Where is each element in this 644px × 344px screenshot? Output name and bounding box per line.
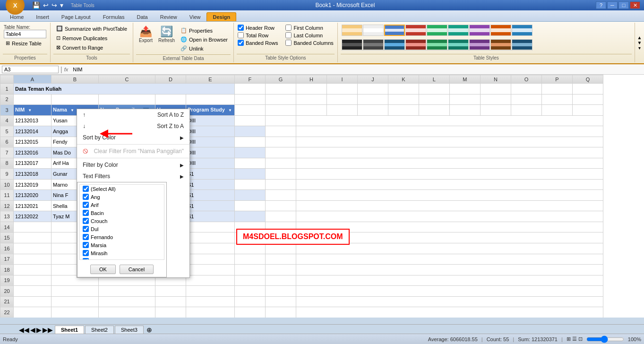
- cell-10g[interactable]: [265, 179, 296, 190]
- style-swatch-d8[interactable]: [490, 39, 511, 51]
- cell-12g[interactable]: [265, 200, 296, 211]
- cell-title[interactable]: Data Teman Kuliah: [14, 84, 235, 95]
- cell-11a[interactable]: 12132020: [14, 190, 52, 201]
- qat-dropdown[interactable]: ▾: [59, 1, 64, 9]
- cell-11e[interactable]: S1: [186, 190, 235, 201]
- cell-20d[interactable]: [155, 286, 186, 297]
- sort-by-color[interactable]: Sort by Color ▶: [77, 132, 189, 143]
- total-row-checkbox[interactable]: Total Row: [238, 32, 278, 38]
- cell-1h[interactable]: [296, 84, 326, 95]
- style-swatch-7[interactable]: [490, 25, 511, 36]
- cell-11f[interactable]: [234, 190, 265, 201]
- cell-2d[interactable]: [155, 94, 186, 105]
- cell-1o[interactable]: [511, 84, 541, 95]
- header-prodi[interactable]: Program Study ▼: [186, 105, 235, 116]
- cell-17e[interactable]: [186, 254, 235, 265]
- cell-13f[interactable]: [234, 211, 265, 222]
- cell-15a[interactable]: [14, 232, 52, 243]
- cell-4g[interactable]: [265, 115, 296, 126]
- cell-1q[interactable]: [572, 84, 603, 95]
- checkbox-fernando[interactable]: Fernando: [80, 233, 164, 241]
- cell-18a[interactable]: [14, 265, 52, 275]
- cell-4a[interactable]: 12132013: [14, 115, 52, 126]
- col-header-J[interactable]: J: [357, 75, 388, 84]
- header-nim[interactable]: NIM ▼: [14, 105, 52, 116]
- style-swatch-d2[interactable]: [363, 39, 384, 51]
- name-box[interactable]: [2, 66, 59, 73]
- cell-12f[interactable]: [234, 200, 265, 211]
- style-swatch-d7[interactable]: [469, 39, 490, 51]
- style-swatch-red-1[interactable]: [405, 25, 426, 36]
- header-row-checkbox[interactable]: Header Row: [238, 25, 278, 31]
- checkbox-arif[interactable]: Arif: [80, 201, 164, 209]
- banded-rows-checkbox[interactable]: Banded Rows: [238, 40, 278, 46]
- style-swatch-8[interactable]: [512, 25, 532, 36]
- sheet-tab-1[interactable]: Sheet1: [55, 326, 84, 334]
- style-swatch-d1[interactable]: [342, 39, 362, 51]
- col-header-P[interactable]: P: [541, 75, 572, 84]
- page-layout-btn[interactable]: ☰: [572, 336, 577, 342]
- cell-13g[interactable]: [265, 211, 296, 222]
- cell-3p[interactable]: [541, 105, 572, 116]
- style-swatch-d5[interactable]: [427, 39, 447, 51]
- cell-16a[interactable]: [14, 243, 52, 254]
- col-header-I[interactable]: I: [326, 75, 357, 84]
- col-header-L[interactable]: L: [419, 75, 449, 84]
- styles-more[interactable]: ▾: [638, 45, 641, 51]
- cell-14a[interactable]: [14, 222, 52, 232]
- checkbox-ang-input[interactable]: [83, 194, 89, 200]
- cell-2n[interactable]: [480, 94, 511, 105]
- cell-3q[interactable]: [572, 105, 603, 116]
- cell-20b[interactable]: [52, 286, 99, 297]
- style-swatch-d9[interactable]: [512, 39, 532, 51]
- export-button[interactable]: 📤 Export: [137, 25, 155, 44]
- cell-3n[interactable]: [480, 105, 511, 116]
- cell-9f[interactable]: [234, 169, 265, 180]
- help-button[interactable]: ?: [596, 1, 606, 9]
- cell-21f[interactable]: [234, 296, 265, 307]
- last-column-checkbox[interactable]: Last Column: [285, 32, 333, 38]
- cell-3h[interactable]: [296, 105, 326, 116]
- col-header-B[interactable]: B: [52, 75, 99, 84]
- cell-10f[interactable]: [234, 179, 265, 190]
- cell-19g[interactable]: [265, 275, 296, 286]
- undo-qat-button[interactable]: ↩: [42, 1, 50, 9]
- resize-table-button[interactable]: ⊞ Resize Table: [4, 39, 46, 47]
- formula-input[interactable]: [73, 67, 642, 72]
- sheet-next[interactable]: ▶: [36, 326, 42, 334]
- style-swatch-purple-1[interactable]: [469, 25, 490, 36]
- zoom-slider[interactable]: [586, 336, 624, 342]
- col-header-K[interactable]: K: [388, 75, 419, 84]
- cell-14e[interactable]: [186, 222, 235, 232]
- tab-data[interactable]: Data: [130, 12, 154, 21]
- cell-18e[interactable]: [186, 265, 235, 275]
- styles-scroll-down[interactable]: ▼: [637, 40, 642, 45]
- cell-9g[interactable]: [265, 169, 296, 180]
- cell-2h[interactable]: [296, 94, 326, 105]
- cell-7f[interactable]: [234, 147, 265, 158]
- filter-by-color-item[interactable]: Filter by Color ▶: [77, 159, 189, 171]
- checkbox-ang[interactable]: Ang: [80, 193, 164, 201]
- cell-13a[interactable]: 12132022: [14, 211, 52, 222]
- sheet-prev[interactable]: ◀: [30, 326, 35, 334]
- cell-6g[interactable]: [265, 137, 296, 147]
- cell-1g[interactable]: [265, 84, 296, 95]
- cell-2g[interactable]: [265, 94, 296, 105]
- tab-design[interactable]: Design: [206, 12, 236, 21]
- cell-1i[interactable]: [326, 84, 357, 95]
- cell-1k[interactable]: [388, 84, 419, 95]
- cell-19e[interactable]: [186, 275, 235, 286]
- col-header-E[interactable]: E: [186, 75, 235, 84]
- checkbox-select-all[interactable]: (Select All): [80, 185, 164, 193]
- new-sheet-button[interactable]: ⊕: [146, 326, 152, 334]
- cell-6a[interactable]: 12132015: [14, 137, 52, 147]
- sheet-tab-3[interactable]: Sheet3: [115, 326, 144, 334]
- cell-1m[interactable]: [449, 84, 480, 95]
- properties-button[interactable]: 📋 Properties: [179, 26, 230, 34]
- checkbox-bacin-input[interactable]: [83, 210, 89, 216]
- col-header-N[interactable]: N: [480, 75, 511, 84]
- cell-22e[interactable]: [186, 307, 235, 318]
- cell-3k[interactable]: [388, 105, 419, 116]
- sheet-tab-2[interactable]: Sheet2: [85, 326, 114, 334]
- cell-5g[interactable]: [265, 126, 296, 137]
